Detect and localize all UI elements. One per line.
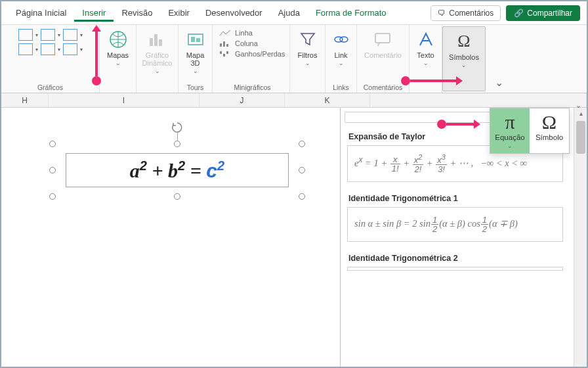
annotation-dot	[401, 76, 410, 85]
comment-label: Comentário	[364, 51, 402, 59]
tab-shape-format[interactable]: Forma de Formato	[308, 4, 394, 22]
col-header-h[interactable]: H	[1, 93, 49, 107]
sparkline-winloss-button[interactable]: Ganhos/Perdas	[219, 49, 285, 59]
svg-rect-12	[226, 51, 228, 54]
svg-point-14	[340, 37, 348, 42]
tab-help[interactable]: Ajuda	[270, 4, 308, 22]
sparkline-line-label: Linha	[235, 29, 253, 37]
share-button[interactable]: 🔗 Compartilhar	[506, 5, 580, 21]
svg-rect-6	[196, 38, 200, 42]
group-links-label: Links	[333, 82, 349, 91]
comment-button: Comentário	[360, 28, 406, 60]
svg-rect-9	[226, 44, 228, 47]
share-button-label: Compartilhar	[527, 9, 572, 18]
symbol-option-label: Símbolo	[536, 133, 563, 141]
filter-icon	[297, 29, 318, 50]
svg-rect-1	[150, 38, 153, 46]
tab-view[interactable]: Exibir	[160, 4, 198, 22]
tab-home[interactable]: Página Inicial	[8, 4, 74, 22]
svg-rect-4	[188, 34, 203, 45]
equation-option[interactable]: π Equação ⌄	[490, 108, 530, 153]
tab-insert[interactable]: Inserir	[74, 4, 114, 22]
chart-icon[interactable]	[41, 29, 55, 41]
col-header-k[interactable]: K	[285, 93, 370, 107]
pivot-chart-button: Gráfico Dinâmico ⌄	[138, 28, 177, 76]
trig1-equation[interactable]: sin α ± sin β = 2 sin12(α ± β) cos12(α ∓…	[347, 207, 563, 242]
text-icon	[415, 29, 436, 50]
sparkline-column-label: Coluna	[235, 39, 258, 47]
group-charts-label: Gráficos	[37, 82, 63, 91]
trig1-title: Identidade Trigonométrica 1	[341, 189, 570, 207]
map-3d-icon	[185, 29, 206, 50]
symbols-dropdown: π Equação ⌄ Ω Símbolo	[490, 108, 570, 154]
resize-handle[interactable]	[49, 141, 56, 147]
sparkline-column-button[interactable]: Coluna	[219, 38, 285, 49]
rotate-handle-icon[interactable]	[171, 122, 183, 133]
sparkline-column-icon	[219, 39, 231, 47]
map-3d-label: Mapa 3D	[185, 51, 206, 67]
trig2-title: Identidade Trigonométrica 2	[341, 248, 570, 267]
resize-handle[interactable]	[174, 193, 180, 200]
svg-rect-3	[159, 39, 162, 46]
pythagoras-formula: a2 + b2 = c2	[130, 158, 224, 182]
sparkline-line-button[interactable]: Linha	[219, 28, 285, 38]
col-header-j[interactable]: J	[200, 93, 285, 107]
symbols-label: Símbolos	[449, 53, 479, 61]
filters-button[interactable]: Filtros ⌄	[293, 28, 322, 68]
equation-content[interactable]: a2 + b2 = c2	[66, 153, 289, 187]
svg-rect-10	[220, 51, 222, 54]
resize-handle[interactable]	[49, 167, 56, 173]
group-sparklines-label: Minigráficos	[234, 82, 270, 91]
chevron-down-icon[interactable]: ⌄	[576, 101, 581, 110]
map-3d-button[interactable]: Mapa 3D ⌄	[181, 28, 210, 76]
chart-icon[interactable]	[63, 29, 77, 41]
symbol-option[interactable]: Ω Símbolo	[530, 108, 569, 153]
comment-icon	[373, 29, 394, 50]
resize-handle[interactable]	[174, 141, 180, 147]
chart-icon[interactable]	[41, 43, 55, 55]
chart-icon[interactable]	[18, 29, 33, 41]
comments-button-label: Comentários	[449, 9, 494, 18]
vertical-scrollbar[interactable]: ▴	[574, 108, 587, 367]
pivot-chart-icon	[147, 29, 168, 50]
chart-icon[interactable]	[63, 43, 77, 55]
annotation-dot	[92, 76, 101, 85]
filters-label: Filtros	[298, 51, 318, 59]
resize-handle[interactable]	[49, 193, 56, 200]
annotation-dot	[437, 120, 446, 129]
maps-label: Mapas	[107, 51, 129, 59]
resize-handle[interactable]	[299, 141, 305, 147]
omega-icon: Ω	[453, 31, 474, 52]
chart-icon[interactable]	[18, 43, 33, 55]
link-label: Link	[334, 51, 347, 59]
chevron-down-icon: ⌄	[507, 143, 513, 149]
comment-bubble-icon: 🗨	[438, 9, 446, 18]
annotation-arrow	[95, 30, 98, 76]
collapse-ribbon-button[interactable]: ⌄	[488, 72, 510, 93]
tab-developer[interactable]: Desenvolvedor	[198, 4, 270, 22]
svg-rect-2	[154, 34, 158, 46]
group-comments-label: Comentários	[364, 82, 403, 91]
svg-rect-11	[223, 54, 225, 57]
sparkline-line-icon	[219, 29, 231, 37]
trig2-equation[interactable]	[347, 267, 563, 271]
svg-rect-7	[220, 43, 222, 47]
annotation-arrow	[410, 80, 457, 82]
svg-rect-5	[191, 37, 195, 42]
pi-icon: π	[505, 112, 514, 132]
pivot-chart-label: Gráfico Dinâmico	[142, 51, 173, 67]
link-button[interactable]: Link ⌄	[327, 28, 356, 68]
chevron-down-icon: ⌄	[116, 60, 121, 67]
equation-object[interactable]: a2 + b2 = c2	[52, 144, 302, 196]
symbols-button[interactable]: Ω Símbolos ⌄	[445, 30, 483, 70]
sparkline-winloss-icon	[219, 50, 231, 58]
col-header-i[interactable]: I	[49, 93, 200, 107]
text-button[interactable]: Texto ⌄	[411, 28, 440, 68]
tab-review[interactable]: Revisão	[114, 4, 160, 22]
resize-handle[interactable]	[299, 193, 305, 200]
comments-button[interactable]: 🗨 Comentários	[430, 5, 501, 21]
resize-handle[interactable]	[299, 167, 305, 173]
scroll-thumb[interactable]	[576, 121, 585, 154]
maps-button[interactable]: Mapas ⌄	[103, 28, 133, 68]
svg-rect-8	[223, 41, 225, 47]
